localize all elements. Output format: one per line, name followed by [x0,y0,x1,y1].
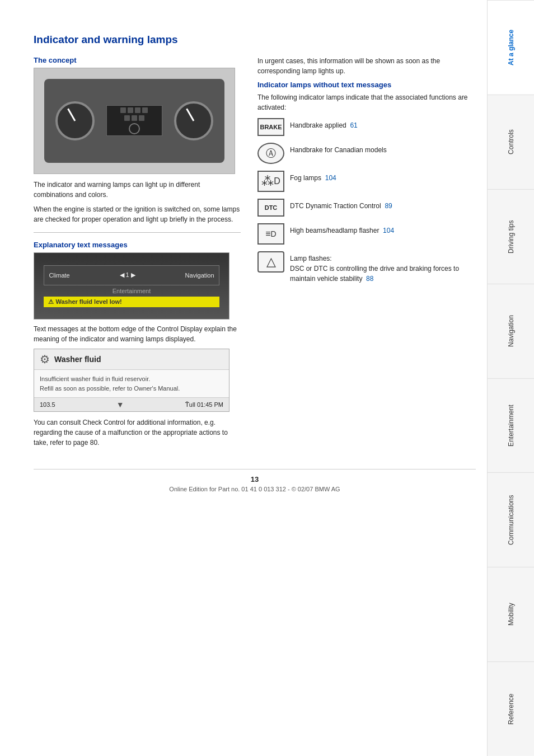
highbeam-link[interactable]: 104 [383,227,394,234]
center-display [106,105,162,136]
highbeam-lamp-text: High beams/headlamp flasher 104 [290,223,394,236]
washer-body: Insufficient washer fluid in fluid reser… [34,370,229,397]
gauge-left [55,101,95,140]
page-container: Indicator and warning lamps The concept [0,0,534,756]
sidebar-tab-navigation[interactable]: Navigation [488,284,534,378]
brake-lamp-icon: BRAKE [257,118,284,136]
washer-title: Washer fluid [54,355,101,364]
left-column: The concept [34,56,241,452]
fog-lamp-text: Fog lamps 104 [290,171,336,183]
dashboard-inner [44,79,224,163]
dtc-lamp-text: DTC Dynamic Traction Control 89 [290,199,392,211]
lamp-dtc: DTC DTC Dynamic Traction Control 89 [257,199,476,217]
left-para1: The indicator and warning lamps can ligh… [34,180,241,200]
explan-nav-bar: Climate ◀ 1 ▶ Navigation [44,265,219,285]
lamp-brake: BRAKE Handbrake applied 61 [257,118,476,136]
indicator-intro: The following indicator lamps indicate t… [257,92,476,112]
scroll-icon: ▼ [116,400,124,409]
icons-row [120,107,148,113]
washer-body1: Insufficient washer fluid in fluid reser… [40,374,223,384]
steering-icon [129,123,140,134]
washer-time: T̈ull 01:45 PM [185,401,223,408]
brake-lamp-text: Handbrake applied 61 [290,118,358,130]
dtc-link[interactable]: 89 [385,202,392,210]
explan-caption: Text messages at the bottom edge of the … [34,324,241,344]
fog-link[interactable]: 104 [325,174,336,182]
sidebar-tab-communications[interactable]: Communications [488,472,534,567]
sidebar-tab-mobility[interactable]: Mobility [488,567,534,661]
left-para2: When the engine is started or the igniti… [34,204,241,224]
highbeam-lamp-icon: ≡D [257,223,284,245]
main-content: Indicator and warning lamps The concept [0,0,487,756]
gauge-right [174,101,213,140]
sidebar-tab-at-a-glance[interactable]: At a glance [488,0,534,95]
canadian-lamp-icon: Ⓐ [257,143,284,164]
canadian-lamp-text: Handbrake for Canadian models [290,143,387,155]
page-number: 13 [34,475,476,483]
washer-footer: 103.5 ▼ T̈ull 01:45 PM [34,397,229,411]
icon-box-1 [120,107,126,113]
warning-text: ⚠ Washer fluid level low! [48,298,121,306]
washer-header: ⚙ Washer fluid [34,349,229,370]
washer-icon: ⚙ [40,353,50,366]
dsc-lamp-icon: △ [257,251,284,273]
icons-row-2 [124,115,144,121]
warning-bar: ⚠ Washer fluid level low! [44,297,219,307]
explan-inner: Climate ◀ 1 ▶ Navigation Entertainment ⚠… [34,253,229,319]
lamp-highbeam: ≡D High beams/headlamp flasher 104 [257,223,476,245]
sidebar-tab-controls[interactable]: Controls [488,95,534,189]
icon-box-7 [139,115,144,121]
explanatory-title: Explanatory text messages [34,241,241,249]
right-sidebar: At a glance Controls Driving tips Naviga… [487,0,534,756]
lamp-canadian: Ⓐ Handbrake for Canadian models [257,143,476,164]
sidebar-tab-driving-tips[interactable]: Driving tips [488,189,534,284]
page-title: Indicator and warning lamps [34,34,476,46]
indicator-lamps-title: Indicator lamps without text messages [257,81,476,89]
washer-body2: Refill as soon as possible, refer to Own… [40,384,223,393]
lamp-fog: ⁂D Fog lamps 104 [257,171,476,192]
sidebar-tab-entertainment[interactable]: Entertainment [488,378,534,473]
fog-lamp-icon: ⁂D [257,171,284,192]
icon-box-2 [128,107,133,113]
urgent-text: In urgent cases, this information will b… [257,56,476,76]
dashboard-image [34,68,235,174]
icon-box-3 [135,107,140,113]
explan-entertainment-label: Entertainment [113,288,151,294]
dtc-lamp-icon: DTC [257,199,284,217]
page-footer: 13 Online Edition for Part no. 01 41 0 0… [34,469,476,492]
washer-odometer: 103.5 [40,401,55,408]
two-col-layout: The concept [34,56,476,452]
dsc-lamp-text: Lamp flashes: DSC or DTC is controlling … [290,251,476,284]
dsc-link[interactable]: 88 [366,275,373,283]
explan-navigation-label: Navigation [185,272,214,279]
divider-1 [34,232,241,233]
icon-box-6 [132,115,137,121]
right-column: In urgent cases, this information will b… [257,56,476,452]
lamp-dsc: △ Lamp flashes: DSC or DTC is controllin… [257,251,476,284]
explan-climate-label: Climate [49,272,69,279]
check-control-caption: You can consult Check Control for additi… [34,417,241,448]
the-concept-title: The concept [34,56,241,64]
explanatory-image: Climate ◀ 1 ▶ Navigation Entertainment ⚠… [34,252,229,320]
icon-box-5 [124,115,130,121]
nav-arrow-icon: ◀ 1 ▶ [120,271,135,279]
washer-fluid-box: ⚙ Washer fluid Insufficient washer fluid… [34,349,229,412]
icon-box-4 [142,107,148,113]
sidebar-tab-reference[interactable]: Reference [488,661,534,756]
footer-text: Online Edition for Part no. 01 41 0 013 … [34,486,476,492]
brake-link[interactable]: 61 [350,121,357,129]
